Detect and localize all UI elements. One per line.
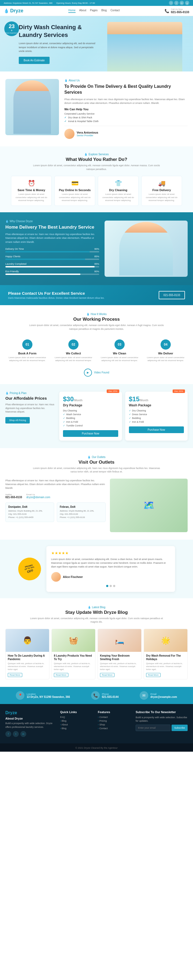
how-tag: How It Works (91, 313, 107, 316)
why-section: 💧 Why Choose Dryze Home Delivery The Bes… (0, 212, 193, 285)
post1-excerpt: Quisque velit nisi, pretium ut lacinia i… (8, 662, 47, 671)
footer-links-title: Quick Links (60, 710, 94, 714)
outlets-tag: Our Outlets (92, 456, 105, 458)
step-1: 01 Book A Form Lorem ipsum dolor sit ame… (5, 337, 49, 364)
dot-1[interactable] (106, 585, 108, 587)
test-name: Alice Fischeer (63, 575, 83, 579)
step4-title: We Deliver (146, 352, 185, 355)
hero-cta[interactable]: Book An Estimate (19, 57, 49, 64)
footer-social-in[interactable]: in (21, 731, 26, 737)
blog-card-1: 👨 How To Do Laundry During A Pandemic Qu… (5, 629, 49, 680)
pricing-card-2: Dec 20% $15/Month Wash Package ✓Dry Clea… (125, 391, 188, 441)
social-fb[interactable]: f (169, 1, 173, 5)
logo-icon: 💧 (4, 8, 9, 13)
prog-label-3: Laundry Completed (5, 262, 27, 265)
explore-card-1: ⏰ Save Time & Money Lorem ipsum dolor si… (11, 176, 52, 206)
footer-loc-value: 13 DryZe, NY 51290 Swandon, 366 (27, 695, 70, 698)
purchase-2[interactable]: Purchase Now (129, 426, 184, 433)
step2-desc: Lorem ipsum dolor sit amet consectetur a… (54, 356, 93, 362)
blog-card-4: 🌟 Dry Wash Removal For The Holidays Quis… (144, 629, 188, 680)
outlet-loc-2: Febran, DoIt Address: DryZe Building 80,… (57, 503, 105, 522)
nav-home[interactable]: Home (69, 9, 76, 13)
step-3: 03 We Clean Lorem ipsum dolor sit amet c… (97, 337, 142, 364)
footer-link-3[interactable]: › About (60, 723, 94, 726)
post2-read-more[interactable]: Read More (54, 673, 69, 677)
newsletter-input[interactable] (136, 725, 171, 731)
outlets-section: 💧 Our Outlets Visit Our Outlets Lorem ip… (0, 448, 193, 540)
prog-label-1: Delivery On Time (5, 248, 24, 250)
stars: ★★★★★ (51, 551, 170, 555)
about-section: 💧 About Us To Provide On Time Delivery &… (0, 72, 193, 146)
dot-2[interactable] (110, 585, 112, 587)
video-btn[interactable]: ▶ Video Found (84, 369, 109, 377)
shop-pricing-btn[interactable]: Shop All Pricing (5, 417, 30, 423)
footer-contact-loc: 📍 Location 13 DryZe, NY 51290 Swandon, 3… (16, 691, 70, 700)
purchase-1[interactable]: Purchase Now (63, 430, 118, 437)
social-gp[interactable]: g (185, 1, 189, 5)
card1-icon: ⏰ (14, 180, 49, 187)
social-in[interactable]: in (180, 1, 184, 5)
social-tw[interactable]: t (174, 1, 179, 5)
about-check-3: ✓Ironal & Hospital Table Cloth (64, 120, 188, 123)
plan2-f1: ✓Dry Cleaning (129, 409, 184, 412)
footer-social-fb[interactable]: f (5, 731, 11, 737)
pricing-section: 💧 Pricing & Plan Our Affordable Prices P… (0, 384, 193, 448)
price-1: $30/Month (63, 395, 118, 403)
step3-desc: Lorem ipsum dolor sit amet consectetur a… (100, 356, 139, 362)
nav-blog[interactable]: Blog (101, 9, 107, 13)
prog-label-4: Eco Friendly (5, 270, 19, 273)
post1-title: How To Do Laundry During A Pandemic (8, 654, 47, 661)
why-tag: Why Choose Dryze (10, 220, 33, 223)
about-desc: Phas ellentesque ut ornare tur. Nam nec … (64, 97, 188, 105)
dot-3[interactable] (113, 585, 115, 587)
footer-feat-1[interactable]: › Contact (98, 716, 132, 719)
post3-excerpt: Quisque velit nisi, pretium ut lacinia i… (100, 662, 139, 671)
about-check-1: Corporated Laundry Service (64, 113, 188, 115)
footer-social-tw[interactable]: t (13, 731, 19, 737)
post4-read-more[interactable]: Read More (146, 673, 161, 677)
newsletter-title: Subscribe To Our Newsletter (136, 710, 188, 714)
nav-contact[interactable]: Contact (110, 9, 120, 13)
plan1-f4: ✓Iron & Fold (63, 420, 118, 423)
hero-desc: Lorem ipsum dolor sit amet, consectetur … (19, 41, 99, 53)
card3-desc: Lorem ipsum dolor sit amet consectetur a… (101, 193, 136, 202)
footer-link-2[interactable]: › Blog (60, 719, 94, 722)
pricing-title: Our Affordable Prices (5, 396, 55, 401)
contact-title: Please Contact Us For Excellent Service (8, 291, 105, 296)
blog-sub: Lorem ipsum dolor sit amet, consectetur … (29, 617, 164, 624)
badge-2: Dec 20% (172, 390, 185, 393)
footer-about-title: About Dryze (5, 717, 56, 720)
about-name: Vera Antonious (77, 131, 98, 134)
testimonial-card: ★★★★★ Lorem ipsum dolor sit amet, consec… (46, 546, 175, 592)
post2-excerpt: Quisque velit nisi, pretium ut lacinia i… (54, 662, 93, 671)
prog-fill-1 (5, 251, 90, 253)
footer-link-1[interactable]: FAQ (60, 716, 94, 719)
footer-feat-4[interactable]: › Contact (98, 727, 132, 730)
hero-title: Dirty Wash Cleaning & Laundry Services (19, 24, 99, 39)
nav-pages[interactable]: Pages (90, 9, 97, 13)
test-avatar (51, 572, 61, 582)
outlets-title: Visit Our Outlets (5, 460, 188, 465)
footer-phone-label: Phone (102, 693, 118, 695)
footer-email-value: dryze@example.com (150, 695, 177, 698)
footer-feat-3[interactable]: › Shop (98, 723, 132, 726)
prog-pct-4: 80% (94, 270, 99, 273)
newsletter-btn[interactable]: Subscribe (172, 725, 188, 731)
nav-phone: 021-555-0133 (171, 10, 189, 14)
footer-contact-phone: 📞 Phone 021-555-0144 (91, 691, 118, 700)
phone-icon: 📞 (164, 9, 169, 13)
footer-feat-2[interactable]: › Pricing (98, 719, 132, 722)
post4-title: Dry Wash Removal For The Holidays (146, 654, 185, 661)
card1-desc: Lorem ipsum dolor sit amet consectetur a… (14, 193, 49, 202)
blog-card-2: 🧺 8 Laundry Products You Need To Try Qui… (51, 629, 96, 680)
prog-pct-1: 90% (94, 248, 99, 250)
outlet-phone: Halifax 021-555-0133 (5, 493, 22, 499)
post1-read-more[interactable]: Read More (8, 673, 22, 677)
footer-link-4[interactable]: › Blog (60, 727, 94, 730)
outlet-map: 🗺️ (110, 479, 188, 532)
outlets-sub: Lorem ipsum dolor sit amet, consectetur … (29, 466, 164, 474)
contact-phone-btn[interactable]: 021-555-0133 (159, 291, 185, 299)
plan1-f3: ✓Bedding (63, 417, 118, 420)
post3-read-more[interactable]: Read More (100, 673, 115, 677)
nav-about[interactable]: About (79, 9, 86, 13)
